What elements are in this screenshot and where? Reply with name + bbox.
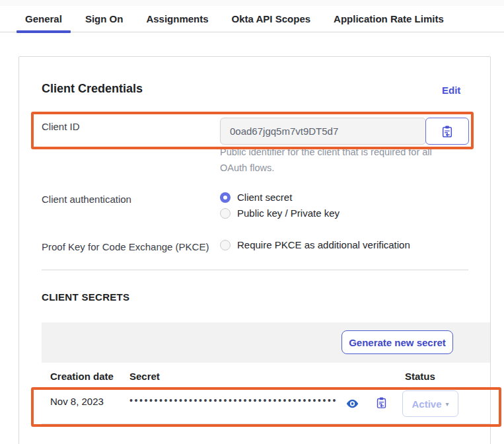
edit-link[interactable]: Edit: [442, 85, 460, 96]
clipboard-copy-icon: [441, 125, 453, 138]
radio-client-secret-label: Client secret: [237, 192, 292, 203]
client-authentication-label: Client authentication: [42, 194, 131, 205]
checkbox-unchecked-icon[interactable]: [220, 240, 231, 250]
client-credentials-title: Client Credentials: [42, 82, 143, 96]
secret-creation-date: Nov 8, 2023: [50, 396, 104, 407]
tab-bar: General Sign On Assignments Okta API Sco…: [0, 6, 504, 32]
generate-new-secret-button[interactable]: Generate new secret: [342, 330, 453, 354]
tab-application-rate-limits[interactable]: Application Rate Limits: [325, 6, 452, 32]
content-card: Client Credentials Edit Client ID Public…: [18, 56, 491, 444]
radio-public-private-key[interactable]: Public key / Private key: [220, 207, 340, 219]
row-divider: [42, 424, 490, 424]
client-secrets-title: CLIENT SECRETS: [42, 291, 129, 303]
pkce-checkbox-row[interactable]: Require PKCE as additional verification: [220, 239, 410, 250]
radio-unselected-icon[interactable]: [220, 208, 231, 219]
pkce-label: Proof Key for Code Exchange (PKCE): [42, 241, 209, 252]
column-header-secret: Secret: [129, 371, 160, 382]
reveal-secret-button[interactable]: [345, 396, 359, 411]
clipboard-copy-icon: [376, 396, 387, 409]
status-label: Active: [412, 398, 441, 410]
tab-general[interactable]: General: [17, 6, 71, 32]
column-header-status: Status: [405, 371, 435, 382]
eye-icon: [346, 398, 359, 409]
radio-public-private-key-label: Public key / Private key: [237, 207, 340, 219]
copy-client-id-button[interactable]: [425, 118, 469, 145]
status-dropdown-button[interactable]: Active ▾: [402, 390, 458, 417]
column-header-creation-date: Creation date: [50, 371, 114, 382]
secret-masked-value: ••••••••••••••••••••••••••••••••••••••••…: [129, 395, 338, 406]
tab-sign-on[interactable]: Sign On: [77, 6, 132, 32]
radio-client-secret[interactable]: Client secret: [220, 192, 292, 203]
copy-secret-button[interactable]: [374, 395, 388, 410]
client-id-input[interactable]: [220, 118, 426, 145]
client-id-help-text: Public identifier for the client that is…: [220, 144, 433, 176]
client-id-label: Client ID: [42, 121, 80, 132]
tab-assignments[interactable]: Assignments: [137, 6, 217, 32]
chevron-down-icon: ▾: [446, 400, 449, 408]
section-divider: [42, 270, 468, 270]
page-top-strip: [0, 0, 504, 6]
tab-okta-api-scopes[interactable]: Okta API Scopes: [223, 6, 320, 32]
pkce-checkbox-label: Require PKCE as additional verification: [237, 239, 410, 250]
radio-selected-icon[interactable]: [220, 192, 231, 203]
